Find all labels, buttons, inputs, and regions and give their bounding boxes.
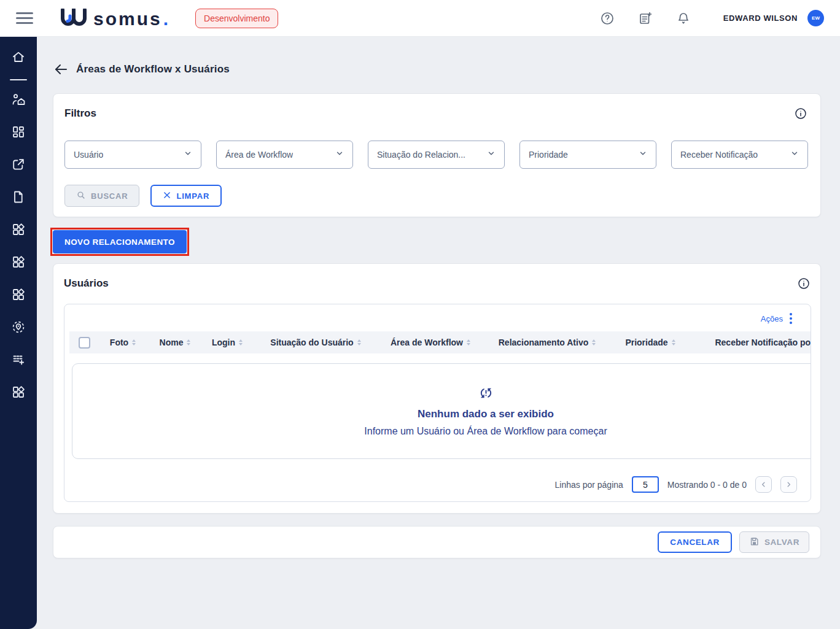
dropdown-label: Receber Notificação (680, 150, 758, 160)
rows-per-page-label: Linhas por página (555, 480, 623, 490)
filters-card: Filtros Usuário Área de Workflow (53, 93, 821, 217)
buscar-button[interactable]: BUSCAR (64, 185, 139, 207)
sync-problem-icon (479, 386, 493, 403)
column-header-prioridade[interactable]: Prioridade (613, 338, 687, 347)
footer-actions: CANCELAR SALVAR (53, 526, 821, 558)
filter-dropdown-situacao[interactable]: Situação do Relacion... (368, 141, 505, 169)
prev-page-button[interactable] (755, 476, 772, 493)
back-arrow-icon[interactable] (53, 61, 69, 77)
sort-icon (672, 339, 675, 345)
limpar-button[interactable]: LIMPAR (150, 185, 222, 207)
sidebar-item-dashboard[interactable] (0, 122, 37, 145)
next-page-button[interactable] (780, 476, 797, 493)
sort-icon (592, 339, 596, 345)
sort-icon (132, 339, 136, 345)
column-header-area-workflow[interactable]: Área de Workflow (380, 338, 481, 347)
empty-state-subtitle: Informe um Usuário ou Área de Workflow p… (364, 426, 607, 437)
dropdown-label: Usuário (74, 150, 103, 160)
somus-logo: somus . (60, 7, 168, 29)
column-header-foto[interactable]: Foto (99, 338, 147, 347)
column-label: Prioridade (625, 338, 667, 347)
external-link-icon (11, 157, 26, 174)
page-title-row: Áreas de Workflow x Usuários (53, 61, 821, 77)
logo-text: somus (93, 9, 162, 29)
sidebar-item-modules-2[interactable] (0, 252, 37, 275)
column-label: Situação do Usuário (270, 338, 353, 347)
logo-mark-icon (60, 9, 87, 29)
users-title: Usuários (64, 277, 109, 290)
dropdown-label: Área de Workflow (225, 150, 293, 160)
column-header-situacao[interactable]: Situação do Usuário (251, 338, 380, 347)
user-avatar[interactable]: EW (807, 10, 824, 26)
sidebar-item-modules-1[interactable] (0, 219, 37, 242)
users-table: Ações Foto Nome (64, 304, 811, 502)
info-icon[interactable] (796, 276, 811, 291)
filter-dropdown-notificacao[interactable]: Receber Notificação (671, 141, 808, 169)
column-label: Login (212, 338, 235, 347)
sidebar-item-user-home[interactable] (0, 89, 37, 112)
column-label: Relacionamento Ativo (499, 338, 589, 347)
person-house-icon (11, 92, 26, 109)
page-title: Áreas de Workflow x Usuários (76, 63, 230, 75)
filter-dropdown-area-workflow[interactable]: Área de Workflow (216, 141, 353, 169)
column-header-relacionamento[interactable]: Relacionamento Ativo (481, 338, 613, 347)
user-name[interactable]: EDWARD WILSON (723, 14, 798, 23)
column-header-notificacao[interactable]: Receber Notificação por (687, 338, 811, 347)
help-icon[interactable] (599, 10, 615, 26)
widgets-icon (11, 287, 26, 304)
document-icon (11, 190, 26, 207)
cancelar-button[interactable]: CANCELAR (658, 531, 732, 553)
select-all-checkbox[interactable] (79, 337, 90, 349)
bell-icon[interactable] (675, 10, 691, 26)
buscar-label: BUSCAR (91, 191, 128, 201)
limpar-label: LIMPAR (176, 191, 209, 201)
sidebar-item-list-add[interactable] (0, 349, 37, 372)
column-label: Receber Notificação por (715, 338, 811, 347)
sidebar-item-modules-3[interactable] (0, 284, 37, 307)
location-icon (11, 320, 26, 337)
sort-icon (239, 339, 243, 345)
pagination: Linhas por página Mostrando 0 - 0 de 0 (64, 459, 811, 501)
widgets-icon (11, 255, 26, 272)
sidebar-item-modules-4[interactable] (0, 382, 37, 405)
rows-per-page-input[interactable] (632, 476, 659, 493)
kebab-menu-icon[interactable] (788, 312, 793, 325)
dropdown-label: Situação do Relacion... (377, 150, 465, 160)
close-icon (163, 191, 171, 201)
table-header-row: Foto Nome Login Situação do Usuário (69, 331, 811, 353)
environment-badge: Desenvolvimento (195, 9, 278, 28)
chevron-down-icon (487, 149, 496, 160)
chevron-down-icon (790, 149, 799, 160)
logo-dot: . (163, 9, 168, 29)
hamburger-menu-icon[interactable] (16, 12, 33, 24)
sidebar-item-location[interactable] (0, 317, 37, 340)
novo-relacionamento-button[interactable]: NOVO RELACIONAMENTO (53, 230, 187, 253)
note-add-icon[interactable] (637, 10, 653, 26)
showing-label: Mostrando 0 - 0 de 0 (667, 480, 747, 490)
sidebar-item-external[interactable] (0, 154, 37, 177)
users-card: Usuários Ações Foto (53, 263, 821, 514)
sidebar-item-home[interactable] (0, 47, 37, 70)
filter-dropdown-usuario[interactable]: Usuário (64, 141, 201, 169)
column-label: Área de Workflow (391, 338, 463, 347)
app-header: somus . Desenvolvimento EDWARD WILSON (0, 0, 840, 37)
info-icon[interactable] (793, 106, 808, 121)
sidebar-item-documents[interactable] (0, 187, 37, 210)
column-header-login[interactable]: Login (203, 338, 251, 347)
dashboard-icon (11, 125, 26, 142)
chevron-down-icon (335, 149, 344, 160)
salvar-label: SALVAR (764, 538, 799, 547)
select-all-cell (69, 337, 99, 349)
acoes-label[interactable]: Ações (761, 314, 783, 323)
dropdown-label: Prioridade (529, 150, 568, 160)
save-icon (749, 536, 760, 549)
column-header-nome[interactable]: Nome (147, 338, 203, 347)
column-label: Nome (160, 338, 184, 347)
column-label: Foto (110, 338, 128, 347)
search-icon (76, 190, 86, 202)
home-icon (11, 50, 26, 67)
salvar-button[interactable]: SALVAR (739, 531, 809, 553)
main-content: Áreas de Workflow x Usuários Filtros Usu… (37, 37, 840, 558)
sort-icon (357, 339, 361, 345)
filter-dropdown-prioridade[interactable]: Prioridade (519, 141, 656, 169)
